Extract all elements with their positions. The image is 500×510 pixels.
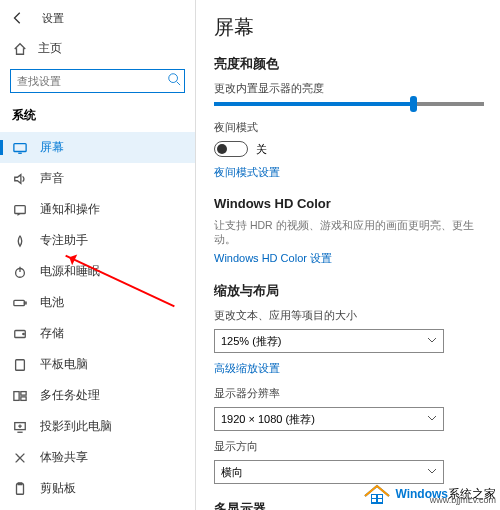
sidebar: 设置 主页 系统 屏幕 声音 通知和操作 专注助手 电源和睡眠 电池 存储 平板…: [0, 0, 195, 510]
advanced-scale-link[interactable]: 高级缩放设置: [214, 361, 484, 376]
svg-rect-1: [14, 143, 26, 151]
sound-icon: [12, 171, 28, 187]
nav-label: 通知和操作: [40, 201, 100, 218]
power-icon: [12, 264, 28, 280]
app-title: 设置: [42, 11, 64, 26]
scale-select[interactable]: 125% (推荐): [214, 329, 444, 353]
nav-shared[interactable]: 体验共享: [0, 442, 195, 473]
nav-label: 声音: [40, 170, 64, 187]
nav-notifications[interactable]: 通知和操作: [0, 194, 195, 225]
nav-clipboard[interactable]: 剪贴板: [0, 473, 195, 504]
hd-color-section: Windows HD Color 让支持 HDR 的视频、游戏和应用的画面更明亮…: [214, 196, 484, 266]
content-pane: 屏幕 亮度和颜色 更改内置显示器的亮度 夜间模式 关 夜间模式设置 Window…: [195, 0, 500, 510]
notification-icon: [12, 202, 28, 218]
orientation-value: 横向: [221, 465, 243, 480]
brightness-section: 亮度和颜色 更改内置显示器的亮度 夜间模式 关 夜间模式设置: [214, 55, 484, 180]
section-header: 系统: [0, 103, 195, 132]
brightness-heading: 亮度和颜色: [214, 55, 484, 73]
resolution-select[interactable]: 1920 × 1080 (推荐): [214, 407, 444, 431]
svg-rect-2: [15, 205, 26, 213]
hd-heading: Windows HD Color: [214, 196, 484, 211]
multi-display-section: 多显示器: [214, 500, 484, 510]
svg-point-7: [23, 333, 24, 334]
toggle-state: 关: [256, 142, 267, 157]
tablet-icon: [12, 357, 28, 373]
nav-tablet[interactable]: 平板电脑: [0, 349, 195, 380]
nav-power[interactable]: 电源和睡眠: [0, 256, 195, 287]
nav-storage[interactable]: 存储: [0, 318, 195, 349]
chevron-down-icon: [427, 413, 437, 425]
nav-battery[interactable]: 电池: [0, 287, 195, 318]
svg-rect-11: [21, 396, 26, 400]
night-mode-label: 夜间模式: [214, 120, 484, 135]
nav-label: 存储: [40, 325, 64, 342]
resolution-value: 1920 × 1080 (推荐): [221, 412, 315, 427]
project-icon: [12, 419, 28, 435]
battery-icon: [12, 295, 28, 311]
nav-remote[interactable]: 远程桌面: [0, 504, 195, 510]
clipboard-icon: [12, 481, 28, 497]
multi-heading: 多显示器: [214, 500, 484, 510]
nav-list: 屏幕 声音 通知和操作 专注助手 电源和睡眠 电池 存储 平板电脑 多任务处理 …: [0, 132, 195, 510]
multitask-icon: [12, 388, 28, 404]
back-button[interactable]: [8, 8, 28, 28]
svg-point-0: [169, 74, 178, 83]
nav-label: 多任务处理: [40, 387, 100, 404]
chevron-down-icon: [427, 335, 437, 347]
scale-value: 125% (推荐): [221, 334, 282, 349]
brightness-label: 更改内置显示器的亮度: [214, 81, 484, 96]
shared-icon: [12, 450, 28, 466]
search-wrap: [10, 69, 185, 93]
orientation-select[interactable]: 横向: [214, 460, 444, 484]
nav-label: 专注助手: [40, 232, 88, 249]
scale-heading: 缩放与布局: [214, 282, 484, 300]
nav-label: 电源和睡眠: [40, 263, 100, 280]
svg-rect-13: [17, 483, 24, 494]
storage-icon: [12, 326, 28, 342]
focus-icon: [12, 233, 28, 249]
nav-multitask[interactable]: 多任务处理: [0, 380, 195, 411]
hd-desc: 让支持 HDR 的视频、游戏和应用的画面更明亮、更生动。: [214, 219, 484, 247]
svg-rect-10: [21, 391, 26, 395]
nav-label: 投影到此电脑: [40, 418, 112, 435]
nav-label: 体验共享: [40, 449, 88, 466]
nav-focus[interactable]: 专注助手: [0, 225, 195, 256]
svg-rect-9: [14, 391, 19, 400]
nav-sound[interactable]: 声音: [0, 163, 195, 194]
svg-rect-8: [16, 359, 25, 370]
scale-section: 缩放与布局 更改文本、应用等项目的大小 125% (推荐) 高级缩放设置 显示器…: [214, 282, 484, 484]
night-mode-toggle[interactable]: [214, 141, 248, 157]
titlebar: 设置: [0, 6, 195, 34]
home-icon: [12, 41, 28, 57]
chevron-down-icon: [427, 466, 437, 478]
brightness-slider[interactable]: [214, 102, 484, 106]
search-input[interactable]: [10, 69, 185, 93]
nav-project[interactable]: 投影到此电脑: [0, 411, 195, 442]
nav-display[interactable]: 屏幕: [0, 132, 195, 163]
svg-rect-5: [24, 302, 26, 304]
orientation-label: 显示方向: [214, 439, 484, 454]
nav-label: 平板电脑: [40, 356, 88, 373]
nav-label: 电池: [40, 294, 64, 311]
home-label: 主页: [38, 40, 62, 57]
size-label: 更改文本、应用等项目的大小: [214, 308, 484, 323]
svg-rect-4: [14, 300, 25, 305]
night-mode-settings-link[interactable]: 夜间模式设置: [214, 165, 484, 180]
display-icon: [12, 140, 28, 156]
resolution-label: 显示器分辨率: [214, 386, 484, 401]
nav-label: 屏幕: [40, 139, 64, 156]
search-icon[interactable]: [167, 72, 181, 90]
home-link[interactable]: 主页: [0, 34, 195, 65]
hd-settings-link[interactable]: Windows HD Color 设置: [214, 251, 484, 266]
nav-label: 剪贴板: [40, 480, 76, 497]
page-title: 屏幕: [214, 14, 484, 41]
